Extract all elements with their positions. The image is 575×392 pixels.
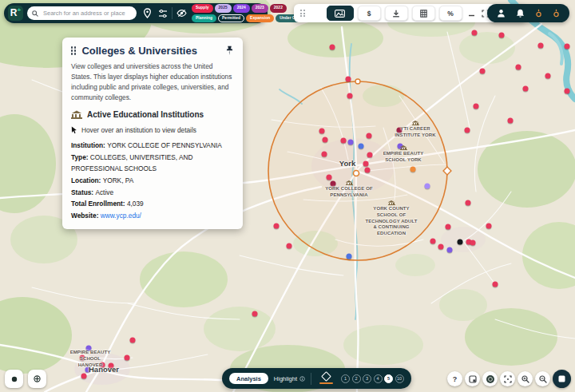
institution-dot[interactable]	[323, 137, 328, 143]
highlight-label: Highlight	[274, 375, 297, 382]
institution-dot[interactable]	[80, 355, 85, 361]
toolbar-drag-handle[interactable]	[300, 10, 305, 17]
institution-dot[interactable]	[474, 104, 479, 109]
institution-dot[interactable]	[486, 224, 492, 229]
institution-dot[interactable]	[565, 44, 570, 49]
app-logo[interactable]: R+	[8, 6, 23, 21]
search-input[interactable]	[42, 9, 132, 18]
institution-dot[interactable]	[109, 363, 114, 369]
eye-off-icon[interactable]	[176, 9, 187, 18]
institution-dot[interactable]	[85, 367, 91, 373]
radius-option-3[interactable]: 3	[363, 374, 371, 383]
institution-dot[interactable]	[327, 175, 332, 180]
user-icon[interactable]	[497, 9, 506, 18]
institution-dot[interactable]	[125, 355, 130, 361]
institution-dot[interactable]	[545, 73, 551, 79]
institution-dot[interactable]	[430, 239, 436, 244]
institution-dot[interactable]	[410, 167, 416, 172]
institution-dot[interactable]	[347, 93, 353, 99]
website-link[interactable]: www.ycp.edu/	[101, 212, 141, 220]
circle-draw-tool[interactable]	[317, 373, 335, 384]
institution-dot[interactable]	[425, 184, 430, 189]
image-layer-button[interactable]	[327, 6, 354, 21]
institution-dot[interactable]	[446, 224, 451, 230]
download-button[interactable]	[385, 6, 408, 21]
institution-dot[interactable]	[365, 168, 371, 173]
filter-pill-planning[interactable]: Planning	[192, 14, 216, 23]
institution-dot[interactable]	[86, 346, 92, 351]
search-box[interactable]	[27, 6, 137, 20]
institution-dot[interactable]	[438, 244, 444, 250]
institution-dot[interactable]	[346, 77, 351, 82]
institution-dot[interactable]	[348, 140, 354, 145]
institution-dot[interactable]	[447, 247, 453, 253]
radius-option-10[interactable]: 10	[395, 374, 404, 383]
pushpin-icon[interactable]	[225, 46, 234, 56]
filter-pill-2023[interactable]: 2023	[252, 4, 268, 13]
institution-dot[interactable]	[319, 129, 325, 134]
institution-dot[interactable]	[367, 152, 373, 158]
institution-dot[interactable]	[130, 338, 136, 343]
percent-button[interactable]: %	[439, 6, 462, 21]
panel-drag-handle[interactable]	[71, 46, 76, 54]
location-pin-icon[interactable]	[143, 8, 152, 18]
radius-option-2[interactable]: 2	[352, 374, 361, 383]
filter-pill-supply[interactable]: Supply	[192, 4, 213, 13]
radius-option-1[interactable]: 1	[341, 374, 350, 383]
alert-info-icon-1[interactable]	[535, 9, 542, 18]
zoom-in-button[interactable]	[518, 371, 533, 386]
fit-view-button[interactable]	[500, 371, 515, 386]
help-button[interactable]: ?	[447, 371, 462, 386]
institution-dot[interactable]	[470, 240, 476, 246]
institution-dot[interactable]	[516, 65, 521, 70]
radius-option-5[interactable]: 5	[384, 374, 393, 383]
notifications-bell-icon[interactable]	[516, 9, 525, 18]
locate-button[interactable]	[5, 370, 23, 388]
active-tool-underline	[319, 382, 333, 384]
institution-dot[interactable]	[538, 43, 544, 49]
analysis-button[interactable]: Analysis	[229, 373, 268, 384]
institution-dot[interactable]	[499, 33, 505, 38]
radius-option-4[interactable]: 4	[374, 374, 383, 383]
institution-dot[interactable]	[81, 374, 87, 379]
institution-dot[interactable]	[252, 311, 258, 317]
institution-dot[interactable]	[330, 45, 335, 50]
filter-pill-permitted[interactable]: Permitted	[218, 14, 244, 23]
institution-dot[interactable]	[458, 240, 463, 245]
target-button[interactable]	[28, 370, 46, 388]
filter-pill-expansion[interactable]: Expansion	[246, 14, 274, 23]
institution-dot[interactable]	[367, 133, 372, 139]
filter-pill-2022[interactable]: 2022	[270, 4, 287, 13]
institution-dot[interactable]	[322, 152, 327, 157]
institution-dot[interactable]	[274, 224, 280, 229]
institution-dot[interactable]	[466, 200, 471, 206]
filter-pill-2024[interactable]: 2024	[233, 4, 250, 13]
institution-dot[interactable]	[565, 89, 570, 94]
minimize-button[interactable]	[466, 6, 477, 20]
institution-dot[interactable]	[523, 86, 529, 92]
highlight-toggle[interactable]: Highlight	[274, 375, 305, 382]
institution-dot[interactable]	[480, 69, 486, 74]
institution-dot[interactable]	[508, 118, 514, 124]
institution-dot[interactable]	[398, 144, 403, 149]
globe-button[interactable]	[482, 371, 498, 386]
institution-dot[interactable]	[363, 161, 369, 167]
institution-dot[interactable]	[331, 181, 336, 187]
institution-dot[interactable]	[347, 254, 352, 259]
filter-pill-2025[interactable]: 2025	[215, 4, 232, 13]
snapshot-button[interactable]	[465, 371, 480, 386]
basemap-button[interactable]	[553, 370, 571, 388]
building-data-button[interactable]	[412, 6, 435, 21]
institution-dot[interactable]	[493, 282, 498, 287]
alert-info-icon-2[interactable]	[553, 9, 560, 18]
zoom-out-button[interactable]	[535, 371, 550, 386]
institution-dot[interactable]	[100, 362, 105, 368]
dollar-button[interactable]: $	[358, 6, 381, 21]
institution-dot[interactable]	[287, 244, 292, 249]
filters-icon[interactable]	[158, 9, 168, 18]
institution-dot[interactable]	[341, 138, 347, 144]
institution-dot[interactable]	[359, 144, 364, 149]
institution-dot[interactable]	[465, 128, 470, 133]
institution-dot[interactable]	[472, 30, 478, 36]
institution-dot[interactable]	[397, 128, 402, 133]
